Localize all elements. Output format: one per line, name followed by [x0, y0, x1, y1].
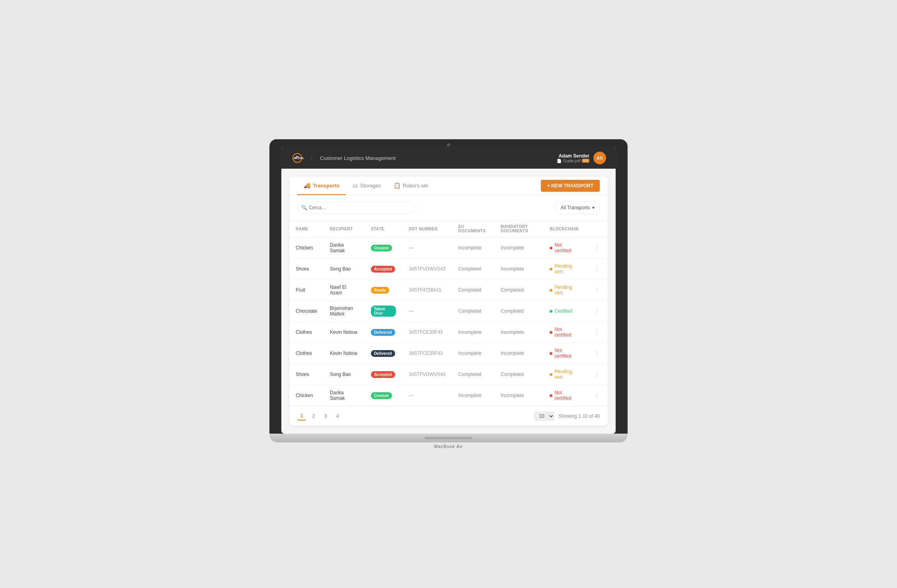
- cell-name: Chicken: [289, 385, 324, 406]
- cell-blockchain: Not certified: [543, 385, 586, 406]
- blockchain-label: Not certified: [554, 327, 580, 338]
- file-icon: 📄: [557, 159, 562, 163]
- cell-name: Chocolate: [289, 301, 324, 322]
- page-3[interactable]: 3: [321, 412, 330, 421]
- new-transport-button[interactable]: + NEW TRANSPORT: [541, 180, 600, 192]
- cell-state: Accepted: [365, 259, 403, 280]
- header-left: ARCHIVA Customer Logistics Management: [291, 152, 396, 164]
- search-bar: 🔍 All Transports ▾: [289, 195, 608, 220]
- search-input[interactable]: [297, 202, 417, 214]
- col-recipient: RECIPIENT: [324, 220, 365, 238]
- table-header-row: NAME RECIPIENT STATE DDT NUMBER EU DOCUM…: [289, 220, 608, 238]
- row-menu-button[interactable]: ⋮: [593, 285, 601, 295]
- logo: ARCHIVA: [291, 152, 304, 164]
- blockchain-dot: [550, 352, 552, 355]
- tab-storages[interactable]: 🗂 Storages: [346, 177, 387, 195]
- cell-blockchain: Not certified: [543, 322, 586, 343]
- page-4[interactable]: 4: [333, 412, 342, 421]
- cell-menu: ⋮: [586, 385, 608, 406]
- blockchain-dot: [550, 331, 552, 334]
- row-menu-button[interactable]: ⋮: [593, 370, 601, 379]
- row-menu-button[interactable]: ⋮: [593, 306, 601, 316]
- tabs-left: 🚚 Transports 🗂 Storages 📋 Rules's set: [297, 177, 434, 195]
- page-2[interactable]: 2: [309, 412, 318, 421]
- laptop-wrapper: ARCHIVA Customer Logistics Management Ad…: [269, 139, 628, 449]
- cell-eu-docs: Incomplete: [452, 343, 494, 364]
- tabs-bar: 🚚 Transports 🗂 Storages 📋 Rules's set: [289, 177, 608, 195]
- search-input-wrapper: 🔍: [297, 202, 556, 214]
- state-badge: Delivered: [371, 329, 395, 336]
- cell-menu: ⋮: [586, 238, 608, 259]
- cell-ddt: —: [402, 238, 452, 259]
- transport-icon: 🚚: [304, 182, 310, 189]
- cell-recipient: Darika Samak: [324, 385, 365, 406]
- tab-transports[interactable]: 🚚 Transports: [297, 177, 346, 195]
- cell-mandatory-docs: Completed: [494, 364, 543, 385]
- blockchain-status: Not certified: [550, 390, 580, 401]
- col-actions: [586, 220, 608, 238]
- blockchain-dot: [550, 394, 552, 397]
- col-ddt: DDT NUMBER: [402, 220, 452, 238]
- blockchain-status: Pending cert.: [550, 369, 580, 380]
- table-row[interactable]: Chicken Darika Samak Created — Incomplet…: [289, 238, 608, 259]
- cell-mandatory-docs: Incomplete: [494, 259, 543, 280]
- cell-state: Created: [365, 238, 403, 259]
- cell-ddt: —: [402, 385, 452, 406]
- col-mandatory-docs: MANDATORY DOCUMENTS: [494, 220, 543, 238]
- cell-state: Ready: [365, 280, 403, 301]
- camera-notch: [447, 143, 450, 146]
- cell-eu-docs: Incomplete: [452, 385, 494, 406]
- filter-dropdown[interactable]: All Transports ▾: [556, 202, 600, 214]
- row-menu-button[interactable]: ⋮: [593, 264, 601, 274]
- pagination-bar: 1 2 3 4 10 25 50 Showing 1-10 of 40: [289, 406, 608, 426]
- pagination-right: 10 25 50 Showing 1-10 of 40: [534, 411, 600, 421]
- cell-ddt: 345TF4728641: [402, 280, 452, 301]
- laptop-body: ARCHIVA Customer Logistics Management Ad…: [269, 139, 628, 434]
- rules-icon: 📋: [394, 182, 400, 189]
- cell-ddt: 345TFCE35F43: [402, 343, 452, 364]
- cell-eu-docs: Completed: [452, 301, 494, 322]
- cell-state: Accepted: [365, 364, 403, 385]
- cell-menu: ⋮: [586, 343, 608, 364]
- showing-text: Showing 1-10 of 40: [559, 413, 600, 419]
- row-menu-button[interactable]: ⋮: [593, 243, 601, 253]
- cell-blockchain: Pending cert.: [543, 364, 586, 385]
- table-row[interactable]: Clothes Kevin Noboa Delivered 345TFCE35F…: [289, 322, 608, 343]
- user-info: Adam Sender 📄 Guide.pdf EN: [557, 153, 589, 163]
- col-name: NAME: [289, 220, 324, 238]
- cell-eu-docs: Completed: [452, 280, 494, 301]
- col-state: STATE: [365, 220, 403, 238]
- cell-menu: ⋮: [586, 301, 608, 322]
- cell-ddt: —: [402, 301, 452, 322]
- row-menu-button[interactable]: ⋮: [593, 327, 601, 337]
- table-row[interactable]: Chocolate Brjamohan Mallick Taken Over —…: [289, 301, 608, 322]
- row-menu-button[interactable]: ⋮: [593, 349, 601, 358]
- table-row[interactable]: Shoes Song Bao Accepted 345TFVDWVS43 Com…: [289, 364, 608, 385]
- table-row[interactable]: Clothes Kevin Noboa Delivered 345TFCE35F…: [289, 343, 608, 364]
- blockchain-status: Certified: [550, 308, 580, 314]
- blockchain-status: Not certified: [550, 327, 580, 338]
- blockchain-label: Certified: [554, 308, 572, 314]
- blockchain-dot: [550, 289, 552, 292]
- page-1[interactable]: 1: [297, 412, 306, 421]
- cell-name: Fruit: [289, 280, 324, 301]
- cell-eu-docs: Completed: [452, 364, 494, 385]
- state-badge: Created: [371, 245, 392, 251]
- table-row[interactable]: Shoes Song Bao Accepted 345TFVDWVS43 Com…: [289, 259, 608, 280]
- cell-ddt: 345TFCE35F43: [402, 322, 452, 343]
- table-row[interactable]: Fruit Nawf El Azam Ready 345TF4728641 Co…: [289, 280, 608, 301]
- state-badge: Accepted: [371, 266, 395, 273]
- cell-state: Taken Over: [365, 301, 403, 322]
- blockchain-label: Not certified: [554, 348, 580, 359]
- tab-rules[interactable]: 📋 Rules's set: [387, 177, 434, 195]
- cell-name: Chicken: [289, 238, 324, 259]
- cell-blockchain: Not certified: [543, 238, 586, 259]
- cell-blockchain: Pending cert.: [543, 280, 586, 301]
- cell-menu: ⋮: [586, 259, 608, 280]
- logo-icon: ARCHIVA: [291, 152, 304, 164]
- blockchain-label: Pending cert.: [554, 263, 580, 275]
- row-menu-button[interactable]: ⋮: [593, 391, 601, 400]
- per-page-select[interactable]: 10 25 50: [534, 411, 555, 421]
- table-row[interactable]: Chicken Darika Samak Created — Incomplet…: [289, 385, 608, 406]
- cell-mandatory-docs: Incomplete: [494, 385, 543, 406]
